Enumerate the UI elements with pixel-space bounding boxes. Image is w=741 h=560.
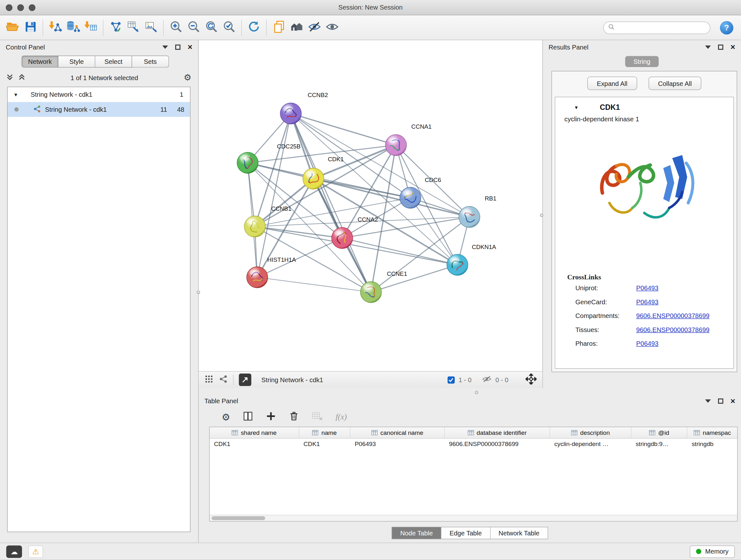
horizontal-scrollbar[interactable] — [210, 515, 737, 521]
network-edge[interactable] — [255, 227, 342, 238]
float-panel-icon[interactable] — [705, 399, 711, 402]
network-canvas[interactable]: CCNB2CCNA1CDC25BCDK1CDC6RB1CCNB1CCNA2CDK… — [199, 40, 542, 371]
network-node-ccnb2[interactable] — [280, 103, 301, 124]
zoom-in-button[interactable] — [167, 18, 185, 37]
network-node-ccnb1[interactable] — [244, 216, 265, 237]
tab-select[interactable]: Select — [95, 56, 132, 68]
save-session-button[interactable] — [22, 18, 40, 37]
import-network-from-database-button[interactable] — [64, 18, 82, 37]
tab-string[interactable]: String — [625, 56, 659, 67]
network-collection-row[interactable]: ▼ String Network - cdk1 1 — [8, 87, 190, 102]
network-edge[interactable] — [291, 114, 371, 293]
network-options-gear-icon[interactable]: ⚙ — [184, 73, 192, 82]
right-splitter-handle[interactable] — [540, 213, 543, 217]
horizontal-splitter[interactable] — [199, 388, 741, 394]
zoom-out-button[interactable] — [185, 18, 203, 37]
network-node-ccna1[interactable] — [386, 135, 407, 156]
open-session-button[interactable] — [4, 18, 22, 37]
expand-all-networks-icon[interactable] — [7, 73, 13, 82]
network-edge[interactable] — [291, 114, 396, 145]
tab-network[interactable]: Network — [22, 56, 59, 68]
network-edge[interactable] — [257, 114, 291, 277]
table-cell[interactable]: stringdb — [687, 439, 737, 450]
tab-edge-table[interactable]: Edge Table — [441, 527, 490, 539]
show-columns-icon[interactable] — [243, 411, 253, 423]
scrollbar-thumb[interactable] — [212, 516, 265, 520]
close-window-button[interactable] — [6, 4, 12, 11]
crosslink-link-genecard[interactable]: P06493 — [636, 299, 659, 306]
table-cell[interactable]: P06493 — [350, 439, 445, 450]
delete-trash-icon[interactable] — [288, 411, 299, 423]
cloud-button[interactable]: ☁ — [6, 545, 22, 558]
tab-network-table[interactable]: Network Table — [490, 527, 548, 539]
network-edge[interactable] — [255, 179, 313, 227]
column-header[interactable]: @id — [631, 427, 688, 438]
network-node-ccne1[interactable] — [360, 282, 381, 303]
maximize-panel-icon[interactable] — [718, 398, 724, 403]
selected-checkbox[interactable] — [448, 376, 455, 383]
refresh-view-button[interactable] — [245, 18, 263, 37]
fit-move-crosshair-icon[interactable] — [526, 374, 537, 386]
float-panel-icon[interactable] — [162, 45, 168, 49]
copy-button[interactable] — [270, 18, 288, 37]
network-node-cdk1[interactable] — [303, 168, 324, 189]
network-node-cdc6[interactable] — [400, 187, 421, 208]
network-edge[interactable] — [257, 277, 371, 293]
collapse-all-button[interactable]: Collapse All — [649, 77, 701, 90]
table-cell[interactable]: 9606.ENSP00000378699 — [445, 439, 550, 450]
bottom-splitter-handle[interactable] — [475, 391, 478, 394]
network-row[interactable]: String Network - cdk1 11 48 — [8, 102, 190, 117]
gene-collapse-icon[interactable]: ▼ — [574, 105, 581, 110]
crosslink-link-pharos[interactable]: P06493 — [636, 340, 659, 348]
maximize-panel-icon[interactable] — [718, 44, 724, 50]
minimize-window-button[interactable] — [17, 4, 24, 11]
network-node-cdkn1a[interactable] — [447, 254, 468, 275]
maximize-panel-icon[interactable] — [175, 44, 181, 50]
warnings-button[interactable]: ⚠ — [28, 545, 44, 558]
network-edge[interactable] — [342, 238, 457, 265]
tab-node-table[interactable]: Node Table — [392, 527, 441, 539]
column-header[interactable]: name — [299, 427, 351, 438]
crosslink-link-uniprot[interactable]: P06493 — [636, 285, 659, 292]
birds-eye-grid-icon[interactable] — [205, 374, 214, 385]
add-row-plus-icon[interactable] — [266, 411, 276, 423]
hide-unhide-button[interactable] — [306, 18, 323, 37]
search-field[interactable] — [603, 21, 711, 34]
crosslink-link-tissues[interactable]: 9606.ENSP00000378699 — [636, 326, 710, 334]
column-header[interactable]: canonical name — [350, 427, 445, 438]
import-table-from-file-button[interactable] — [82, 18, 100, 37]
network-edge[interactable] — [371, 265, 458, 293]
table-cell[interactable]: cyclin-dependent … — [550, 439, 631, 450]
collection-expand-icon[interactable]: ▼ — [13, 92, 20, 98]
tab-style[interactable]: Style — [58, 56, 95, 68]
zoom-window-button[interactable] — [29, 4, 36, 11]
column-header[interactable]: database identifier — [445, 427, 550, 438]
column-header[interactable]: namespac — [687, 427, 737, 438]
close-panel-icon[interactable]: × — [731, 397, 735, 405]
close-panel-icon[interactable]: × — [731, 43, 735, 51]
collapse-all-networks-icon[interactable] — [19, 73, 25, 82]
table-cell[interactable]: CDK1 — [299, 439, 351, 450]
new-network-from-table-button[interactable] — [125, 18, 142, 37]
share-network-icon[interactable] — [219, 374, 228, 385]
table-cell[interactable]: CDK1 — [210, 439, 299, 450]
memory-button[interactable]: Memory — [690, 545, 735, 558]
zoom-selected-button[interactable] — [220, 18, 238, 37]
network-edge[interactable] — [291, 114, 469, 217]
float-panel-icon[interactable] — [705, 45, 711, 49]
network-node-cdc25b[interactable] — [237, 152, 258, 173]
open-in-new-window-button[interactable] — [239, 374, 252, 386]
home-views-button[interactable] — [288, 18, 306, 37]
network-node-ccna2[interactable] — [332, 228, 353, 249]
crosslink-link-compartments[interactable]: 9606.ENSP00000378699 — [636, 312, 710, 320]
search-input[interactable] — [617, 24, 705, 31]
export-image-button[interactable] — [142, 18, 160, 37]
network-tools-button[interactable] — [107, 18, 125, 37]
column-header[interactable]: shared name — [210, 427, 299, 438]
zoom-fit-button[interactable] — [203, 18, 220, 37]
table-cell[interactable]: stringdb:9… — [631, 439, 688, 450]
hidden-eye-slash-icon[interactable] — [482, 375, 491, 385]
show-hide-panels-button[interactable] — [323, 18, 341, 37]
close-panel-icon[interactable]: × — [188, 43, 192, 51]
column-header[interactable]: description — [550, 427, 631, 438]
